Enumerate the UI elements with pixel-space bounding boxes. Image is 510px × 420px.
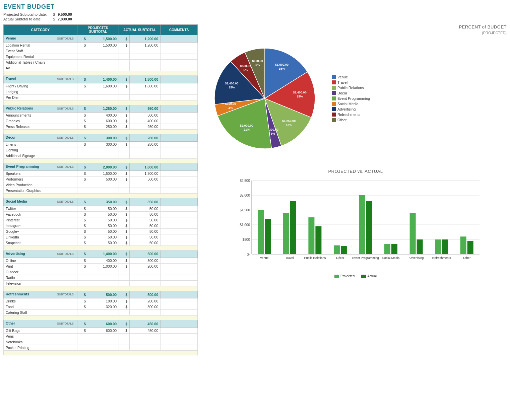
table-row: Food $ 320.00 $ 300.00 bbox=[4, 304, 198, 310]
table-row: Video Production bbox=[4, 182, 198, 188]
page-title: EVENT BUDGET bbox=[3, 3, 507, 10]
legend-item-décor: Décor bbox=[332, 91, 370, 95]
projected-bar-1 bbox=[283, 213, 289, 254]
section-header-event-programming: Event Programming SUBTOTALS $ 2,000.00 $… bbox=[4, 163, 198, 171]
svg-text:$1,000: $1,000 bbox=[240, 223, 250, 227]
svg-text:6%: 6% bbox=[255, 63, 260, 67]
table-row: Outdoor bbox=[4, 269, 198, 275]
actual-bar-0 bbox=[265, 219, 271, 254]
table-row: Location Rental $ 1,500.00 $ 1,200.00 bbox=[4, 43, 198, 48]
svg-text:$2,000: $2,000 bbox=[240, 194, 250, 197]
legend-item-other: Other bbox=[332, 118, 370, 122]
projected-bar-3 bbox=[334, 246, 340, 254]
table-row: Catering Staff bbox=[4, 310, 198, 316]
table-row: Per Diem bbox=[4, 94, 198, 100]
charts-panel: PERCENT of BUDGET (PROJECTED) $1,500.001… bbox=[204, 24, 507, 355]
svg-text:Décor: Décor bbox=[336, 256, 344, 260]
svg-text:$2,000.00: $2,000.00 bbox=[240, 124, 253, 127]
bar-legend-projected: Projected bbox=[334, 274, 355, 278]
pie-title: PERCENT of BUDGET bbox=[204, 24, 507, 29]
svg-text:$1,250.00: $1,250.00 bbox=[282, 119, 296, 123]
projected-swatch bbox=[334, 275, 339, 278]
comments-header: COMMENTS bbox=[161, 25, 198, 35]
pie-subtitle: (PROJECTED) bbox=[204, 31, 507, 35]
table-row: Equipment Rental bbox=[4, 54, 198, 60]
svg-text:16%: 16% bbox=[279, 67, 285, 70]
legend-item-venue: Venue bbox=[332, 75, 370, 79]
section-header-public-relations: Public Relations SUBTOTALS $ 1,250.00 $ … bbox=[4, 105, 198, 112]
table-row: Lighting bbox=[4, 147, 198, 153]
table-row: Announcements $ 400.00 $ 300.00 bbox=[4, 112, 198, 118]
svg-text:13%: 13% bbox=[286, 123, 292, 127]
pie-legend: VenueTravelPublic RelationsDécorEvent Pr… bbox=[332, 75, 370, 122]
svg-text:Advertising: Advertising bbox=[409, 256, 424, 260]
svg-text:$1,400.00: $1,400.00 bbox=[225, 82, 239, 85]
table-row: LinkedIn $ 50.00 $ 50.00 bbox=[4, 234, 198, 240]
table-row: Performers $ 500.00 $ 500.00 bbox=[4, 177, 198, 182]
actual-bar-7 bbox=[442, 239, 448, 254]
budget-table: CATEGORY PROJECTED SUBTOTAL ACTUAL SUBTO… bbox=[3, 24, 198, 355]
actual-bar-8 bbox=[467, 241, 473, 254]
budget-table-panel: CATEGORY PROJECTED SUBTOTAL ACTUAL SUBTO… bbox=[3, 24, 198, 355]
section-header-travel: Travel SUBTOTALS $ 1,400.00 $ 1,800.00 bbox=[4, 76, 198, 83]
svg-text:Venue: Venue bbox=[260, 256, 269, 260]
table-row: Event Staff bbox=[4, 48, 198, 54]
section-header-venue: Venue SUBTOTALS $ 1,500.00 $ 1,200.00 bbox=[4, 35, 198, 43]
spacer-row bbox=[4, 350, 198, 355]
bar-legend: Projected Actual bbox=[204, 274, 507, 278]
svg-text:4%: 4% bbox=[228, 106, 233, 110]
svg-text:3%: 3% bbox=[271, 132, 275, 135]
table-row: Twitter $ 50.00 $ 50.00 bbox=[4, 206, 198, 211]
legend-item-refreshments: Refreshments bbox=[332, 113, 370, 117]
actual-bar-2 bbox=[315, 226, 321, 254]
table-row: Notebooks bbox=[4, 339, 198, 345]
table-row: AV bbox=[4, 65, 198, 71]
bar-chart-title: PROJECTED vs. ACTUAL bbox=[204, 169, 507, 174]
legend-item-social media: Social Media bbox=[332, 102, 370, 106]
projected-bar-6 bbox=[410, 213, 416, 254]
spacer-row bbox=[4, 194, 198, 198]
spacer-row bbox=[4, 100, 198, 105]
table-row: Radio bbox=[4, 275, 198, 281]
svg-text:$500: $500 bbox=[243, 238, 250, 241]
svg-text:5%: 5% bbox=[243, 68, 248, 72]
section-header-social-media: Social Media SUBTOTALS $ 350.00 $ 350.00 bbox=[4, 198, 198, 206]
table-row: Presentation Graphics bbox=[4, 188, 198, 194]
actual-bar-5 bbox=[391, 244, 397, 254]
spacer-row bbox=[4, 159, 198, 163]
actual-summary: Actual Subtotal to date: $ 7,830.00 bbox=[3, 17, 507, 21]
section-header-other: Other SUBTOTALS $ 600.00 $ 450.00 bbox=[4, 320, 198, 328]
table-row: Pens bbox=[4, 333, 198, 339]
actual-swatch bbox=[361, 275, 366, 278]
projected-bar-0 bbox=[258, 210, 264, 254]
actual-bar-3 bbox=[341, 246, 347, 254]
projected-bar-7 bbox=[435, 239, 441, 254]
table-row: Additional Signage bbox=[4, 153, 198, 159]
table-row: Lodging bbox=[4, 89, 198, 94]
table-row: Instagram $ 50.00 $ 50.00 bbox=[4, 223, 198, 228]
svg-text:Social Media: Social Media bbox=[382, 256, 400, 260]
svg-text:Public Relations: Public Relations bbox=[304, 256, 326, 260]
actual-bar-1 bbox=[290, 201, 296, 254]
projected-header: PROJECTED SUBTOTAL bbox=[77, 25, 119, 35]
svg-text:$1,500.00: $1,500.00 bbox=[275, 63, 289, 66]
actual-header: ACTUAL SUBTOTAL bbox=[119, 25, 161, 35]
projected-bar-4 bbox=[359, 195, 365, 254]
svg-text:$500.00: $500.00 bbox=[240, 64, 251, 68]
svg-text:$600.00: $600.00 bbox=[252, 59, 263, 63]
table-row: Speakers $ 1,500.00 $ 1,300.00 bbox=[4, 171, 198, 177]
table-row: Facebook $ 50.00 $ 50.00 bbox=[4, 211, 198, 217]
table-row: Gift Bags $ 600.00 $ 450.00 bbox=[4, 328, 198, 333]
svg-text:15%: 15% bbox=[229, 86, 235, 89]
category-header: CATEGORY bbox=[4, 25, 77, 35]
svg-text:Refreshments: Refreshments bbox=[432, 256, 451, 260]
projected-bar-8 bbox=[460, 236, 466, 254]
table-row: Linens $ 300.00 $ 280.00 bbox=[4, 142, 198, 147]
table-row: Pocket Printing bbox=[4, 345, 198, 350]
svg-text:Travel: Travel bbox=[285, 256, 294, 260]
table-row: Additional Tables / Chairs bbox=[4, 60, 198, 65]
pie-chart-svg: $1,500.0016%$1,400.0015%$1,250.0013%$300… bbox=[204, 38, 325, 159]
legend-item-public relations: Public Relations bbox=[332, 86, 370, 90]
table-row: Television bbox=[4, 281, 198, 286]
table-row: Drinks $ 180.00 $ 200.00 bbox=[4, 298, 198, 304]
